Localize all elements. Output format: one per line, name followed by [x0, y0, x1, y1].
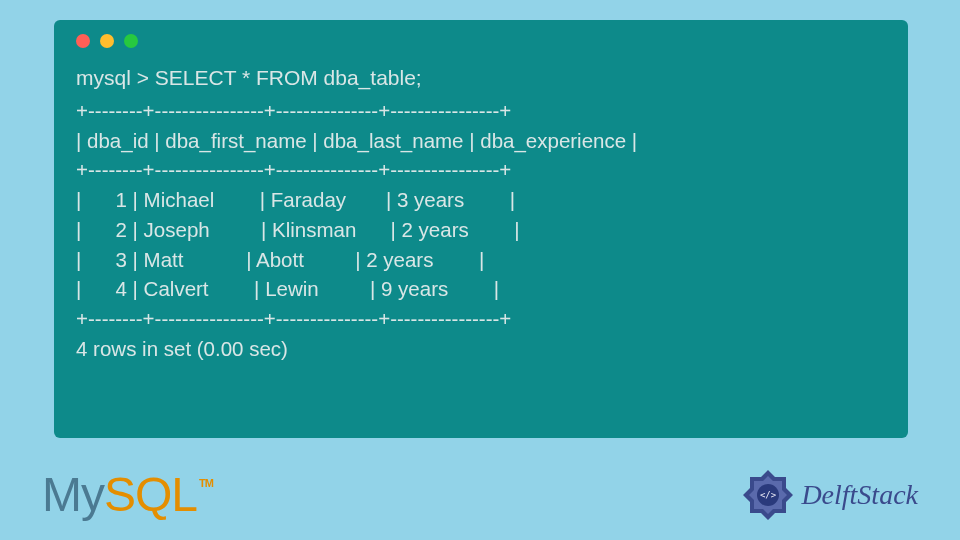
footer-logos: MySQLTM </> DelftStack — [42, 467, 918, 522]
sql-prompt: mysql > SELECT * FROM dba_table; — [76, 66, 886, 90]
terminal-window: mysql > SELECT * FROM dba_table; +------… — [54, 20, 908, 438]
minimize-icon[interactable] — [100, 34, 114, 48]
mysql-logo: MySQLTM — [42, 467, 213, 522]
table-border-top: +--------+----------------+-------------… — [76, 99, 511, 122]
mysql-logo-tm: TM — [199, 477, 213, 489]
result-table: +--------+----------------+-------------… — [76, 96, 886, 363]
window-controls — [76, 34, 886, 48]
table-border-bottom: +--------+----------------+-------------… — [76, 307, 511, 330]
delftstack-icon: </> — [741, 468, 795, 522]
mysql-logo-my: My — [42, 467, 104, 522]
mysql-logo-sql: SQL — [104, 467, 197, 522]
delftstack-logo: </> DelftStack — [741, 468, 918, 522]
svg-text:</>: </> — [760, 490, 777, 500]
table-border-mid: +--------+----------------+-------------… — [76, 158, 511, 181]
table-row: | 3 | Matt | Abott | 2 years | — [76, 248, 484, 271]
table-row: | 1 | Michael | Faraday | 3 years | — [76, 188, 515, 211]
table-row: | 2 | Joseph | Klinsman | 2 years | — [76, 218, 520, 241]
close-icon[interactable] — [76, 34, 90, 48]
table-header: | dba_id | dba_first_name | dba_last_nam… — [76, 129, 637, 152]
result-footer: 4 rows in set (0.00 sec) — [76, 337, 288, 360]
maximize-icon[interactable] — [124, 34, 138, 48]
delftstack-text: DelftStack — [801, 479, 918, 511]
table-row: | 4 | Calvert | Lewin | 9 years | — [76, 277, 499, 300]
